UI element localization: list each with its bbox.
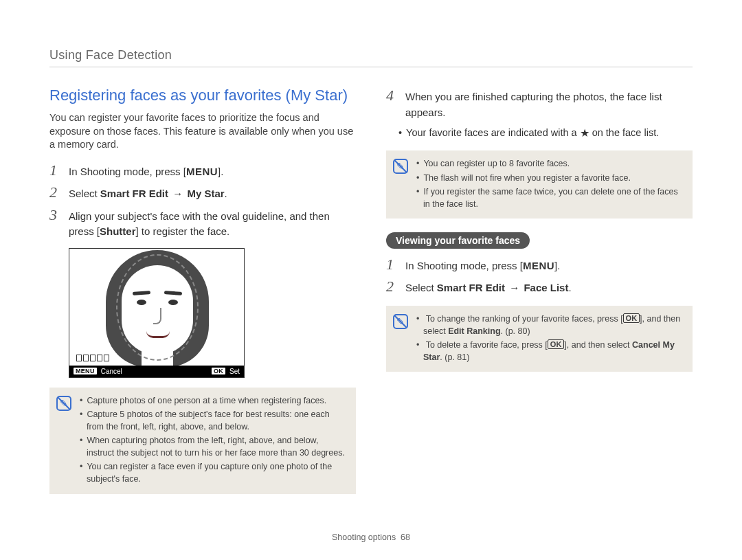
lcd-set-label: Set: [229, 368, 240, 375]
tip-box: Capture photos of one person at a time w…: [49, 388, 356, 494]
step-number: 3: [49, 208, 62, 223]
step-text: .: [568, 282, 571, 293]
note-item: To delete a favorite face, press [OK], a…: [415, 339, 683, 363]
ok-button-label: OK: [212, 368, 225, 374]
menu-button-label: MENU: [74, 368, 97, 374]
step-2: 2 Select Smart FR Edit → My Star.: [49, 185, 356, 202]
note-icon: [393, 314, 408, 329]
footer-page-number: 68: [401, 533, 410, 542]
subsection-pill: Viewing your favorite faces: [386, 232, 530, 249]
step-bold: Shutter: [100, 225, 136, 237]
footer-section: Shooting options: [332, 533, 396, 542]
note-item: You can register up to 8 favorite faces.: [415, 157, 683, 170]
sub-text: on the face list.: [589, 127, 660, 138]
step-number: 2: [49, 185, 62, 200]
step-1: 1 In Shooting mode, press [MENU].: [49, 163, 356, 180]
step-text: ] to register the face.: [136, 225, 230, 237]
step-text: ].: [218, 166, 223, 177]
note-item: When capturing photos from the left, rig…: [78, 434, 346, 459]
sub-text: Your favorite faces are indicated with a: [406, 127, 580, 138]
face-guideline-oval: [116, 254, 199, 361]
note-item: If you register the same face twice, you…: [415, 186, 683, 210]
step-text: In Shooting mode, press [: [69, 166, 186, 177]
star-icon: ★: [580, 127, 589, 139]
lcd-cancel-label: Cancel: [101, 368, 122, 375]
step-bold: Smart FR Edit: [437, 282, 505, 293]
step-bold: Smart FR Edit: [100, 188, 168, 199]
right-column: 4 When you are finished capturing the ph…: [386, 87, 693, 504]
note-icon: [393, 159, 408, 174]
step-4: 4 When you are finished capturing the ph…: [386, 88, 693, 120]
menu-button-label: MENU: [523, 260, 554, 271]
page-footer: Shooting options 68: [0, 533, 742, 542]
step-bold: My Star: [187, 188, 224, 199]
tip-box: To change the ranking of your favorite f…: [386, 306, 693, 372]
section-title: Registering faces as your favorites (My …: [49, 87, 356, 104]
ok-button-label: OK: [548, 339, 565, 349]
tip-box: You can register up to 8 favorite faces.…: [386, 150, 693, 219]
arrow-icon: →: [506, 282, 522, 293]
note-item: You can register a face even if you capt…: [78, 460, 346, 485]
note-item: Capture photos of one person at a time w…: [78, 394, 346, 407]
step-number: 2: [386, 279, 398, 294]
view-step-2: 2 Select Smart FR Edit → Face List.: [386, 279, 693, 296]
arrow-icon: →: [170, 188, 186, 199]
step-number: 1: [386, 257, 398, 272]
note-item: To change the ranking of your favorite f…: [415, 313, 683, 337]
step-number: 1: [49, 163, 62, 178]
ok-button-label: OK: [623, 313, 640, 323]
step-sub-bullet: Your favorite faces are indicated with a…: [386, 126, 693, 141]
menu-button-label: MENU: [186, 166, 218, 177]
step-text: ].: [554, 260, 560, 271]
step-bold: Face List: [524, 282, 568, 293]
step-text: When you are finished capturing the phot…: [405, 91, 662, 118]
step-text: In Shooting mode, press [: [405, 260, 523, 271]
step-text: .: [225, 188, 227, 199]
note-item: The flash will not fire when you registe…: [415, 172, 683, 184]
breadcrumb-header: Using Face Detection: [49, 48, 693, 67]
camera-screen-illustration: MENU Cancel OK Set: [69, 248, 245, 378]
left-column: Registering faces as your favorites (My …: [49, 87, 356, 504]
view-step-1: 1 In Shooting mode, press [MENU].: [386, 257, 693, 274]
capture-slots-icon: [76, 355, 109, 361]
step-text: Select: [69, 188, 100, 199]
step-number: 4: [386, 88, 398, 103]
section-intro: You can register your favorite faces to …: [49, 111, 356, 152]
step-text: Select: [405, 282, 437, 293]
note-item: Capture 5 photos of the subject's face f…: [78, 408, 346, 433]
note-icon: [56, 396, 71, 411]
step-3: 3 Align your subject's face with the ova…: [49, 208, 356, 240]
